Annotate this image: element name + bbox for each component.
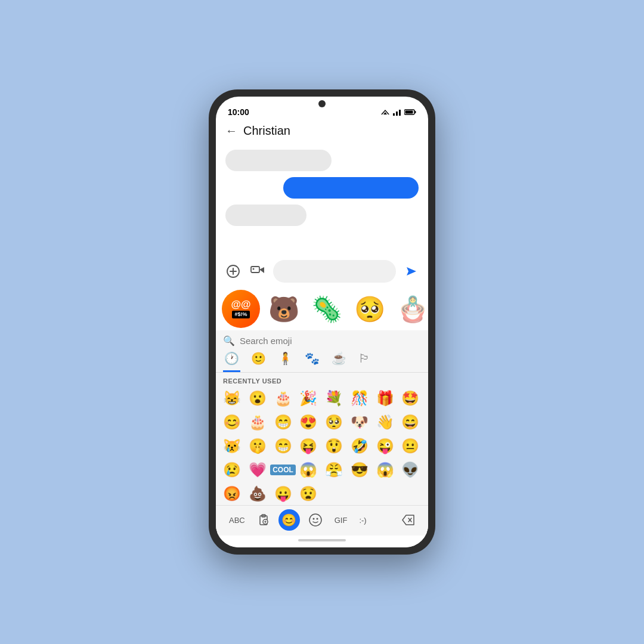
emoji-cell[interactable]: 😊 <box>221 411 243 434</box>
emoji-cell[interactable]: 🤩 <box>399 387 422 410</box>
svg-point-21 <box>309 514 321 526</box>
tab-objects[interactable]: 🏳 <box>357 349 371 372</box>
emoji-cell[interactable]: 😜 <box>374 435 397 457</box>
svg-point-22 <box>312 518 314 520</box>
emoji-cell[interactable]: 💐 <box>323 387 345 410</box>
tab-smileys[interactable]: 🙂 <box>250 349 267 372</box>
sticker-icon <box>308 513 323 527</box>
messages-area <box>216 144 428 258</box>
emoji-cell[interactable]: 💗 <box>246 459 269 481</box>
emoji-category-tabs: 🕐 🙂 🧍 🐾 ☕ 🏳 <box>216 349 428 373</box>
emoji-cell[interactable]: COOL <box>272 459 295 481</box>
emoji-cell[interactable]: 😄 <box>399 411 422 434</box>
clipboard-button[interactable] <box>253 511 274 529</box>
status-icons <box>380 109 416 116</box>
emoji-keyboard: 🔍 🕐 🙂 🧍 🐾 ☕ 🏳 RECENTLY USED 😸 😮 🎂 🎉 💐 <box>216 330 428 535</box>
emoji-cell[interactable]: 💩 <box>246 482 269 505</box>
emoji-search-input[interactable] <box>240 336 421 346</box>
emoji-cell[interactable]: 🎊 <box>348 387 371 410</box>
tab-food[interactable]: ☕ <box>330 349 348 372</box>
emoji-cell[interactable]: 😱 <box>297 459 320 481</box>
status-time: 10:00 <box>228 107 249 117</box>
message-bubble-received-2 <box>225 205 306 226</box>
back-button[interactable]: ← <box>225 124 237 138</box>
media-button[interactable] <box>248 261 268 281</box>
emoji-cell[interactable]: 👽 <box>399 459 422 481</box>
emoji-cell[interactable]: 🎂 <box>246 411 269 434</box>
tab-animals[interactable]: 🐾 <box>304 349 321 372</box>
tab-recent[interactable]: 🕐 <box>223 349 240 372</box>
home-bar <box>298 539 346 541</box>
emoji-cell[interactable]: 😡 <box>221 482 243 505</box>
battery-icon <box>404 109 416 116</box>
notch <box>318 100 326 107</box>
phone-frame: 10:00 <box>209 89 435 555</box>
emoji-cell[interactable]: 😍 <box>297 411 320 434</box>
svg-rect-4 <box>396 112 398 116</box>
sticker-3[interactable]: 🦠 <box>308 290 346 328</box>
emoji-cell[interactable]: 😢 <box>221 459 243 481</box>
signal-icon <box>392 109 402 116</box>
plus-icon <box>227 265 240 278</box>
emoji-cell[interactable]: 😁 <box>272 411 295 434</box>
emoji-cell[interactable]: 😱 <box>374 459 397 481</box>
delete-button[interactable] <box>397 512 419 528</box>
send-icon <box>404 265 417 278</box>
tab-people[interactable]: 🧍 <box>277 349 294 372</box>
svg-rect-3 <box>393 113 395 116</box>
emoji-active-button[interactable]: 😊 <box>278 509 300 531</box>
emoji-cell[interactable]: 🐶 <box>348 411 371 434</box>
svg-rect-7 <box>415 111 416 113</box>
abc-button[interactable]: ABC <box>225 513 249 527</box>
svg-marker-15 <box>407 267 416 275</box>
emoji-cell[interactable]: 🤫 <box>246 435 269 457</box>
sticker-2[interactable]: 🐻 <box>265 290 303 328</box>
send-button[interactable] <box>401 261 421 281</box>
emoji-cell[interactable]: 😐 <box>399 435 422 457</box>
wifi-icon <box>380 109 390 116</box>
emoji-cell[interactable]: 😿 <box>221 435 243 457</box>
svg-rect-5 <box>399 110 401 116</box>
sticker-strip: @@ #$!% 🐻 🦠 🥺 🪆 <box>216 287 428 330</box>
emoji-cell[interactable]: 😛 <box>272 482 295 505</box>
add-button[interactable] <box>223 261 243 281</box>
delete-icon <box>401 514 415 526</box>
sticker-1[interactable]: @@ #$!% <box>222 290 260 328</box>
emoji-cell[interactable]: 👋 <box>374 411 397 434</box>
home-bar-area <box>216 535 428 547</box>
emoji-grid-recent: 😸 😮 🎂 🎉 💐 🎊 🎁 🤩 😊 🎂 😁 😍 🥺 🐶 👋 😄 😿 <box>216 387 428 505</box>
emoji-cell[interactable]: 😲 <box>323 435 345 457</box>
section-label-recent: RECENTLY USED <box>216 373 428 387</box>
gif-button[interactable]: GIF <box>331 513 351 527</box>
svg-point-14 <box>253 268 255 270</box>
svg-marker-13 <box>259 267 264 273</box>
message-input[interactable] <box>273 260 396 283</box>
sticker-5[interactable]: 🪆 <box>394 290 428 328</box>
emoji-cell[interactable]: 😤 <box>323 459 345 481</box>
emoticon-button[interactable]: :-) <box>355 513 370 527</box>
emoji-cell[interactable]: 🤣 <box>348 435 371 457</box>
emoji-cell[interactable]: 😎 <box>348 459 371 481</box>
emoji-cell[interactable]: 😸 <box>221 387 243 410</box>
contact-name: Christian <box>243 124 290 138</box>
emoji-cell[interactable]: 😧 <box>297 482 320 505</box>
media-icon <box>250 265 266 278</box>
emoji-cell[interactable]: 🎂 <box>272 387 295 410</box>
emoji-cell[interactable]: 🥺 <box>323 411 345 434</box>
sticker-button[interactable] <box>305 510 326 530</box>
emoji-cell[interactable]: 😁 <box>272 435 295 457</box>
sticker-4[interactable]: 🥺 <box>351 290 389 328</box>
emoji-cell[interactable]: 😝 <box>297 435 320 457</box>
emoji-cell[interactable]: 😮 <box>246 387 269 410</box>
emoji-cell[interactable]: 🎁 <box>374 387 397 410</box>
phone-screen: 10:00 <box>216 97 428 547</box>
svg-rect-8 <box>405 111 413 114</box>
keyboard-bottom-bar: ABC 😊 <box>216 505 428 535</box>
input-bar <box>216 258 428 287</box>
svg-rect-12 <box>251 267 259 273</box>
message-bubble-sent <box>283 177 419 199</box>
emoji-cell[interactable]: 🎉 <box>297 387 320 410</box>
message-bubble-received-1 <box>225 150 332 171</box>
emoji-search-area: 🔍 <box>216 330 428 349</box>
search-icon: 🔍 <box>223 335 235 346</box>
